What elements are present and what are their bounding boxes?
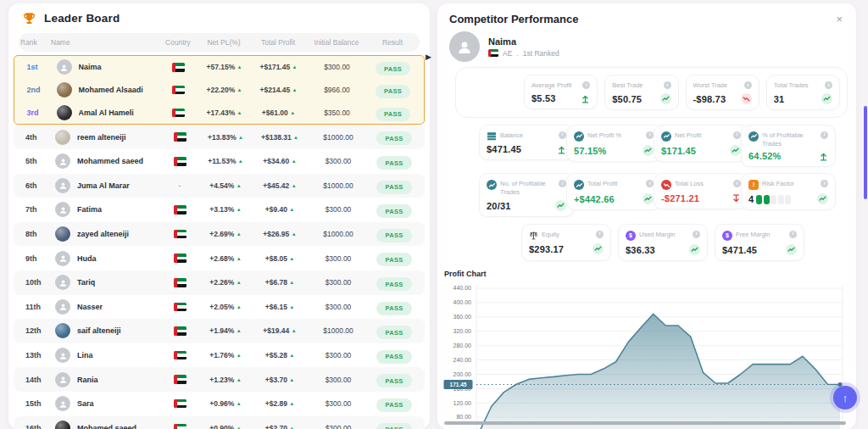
uae-flag-icon xyxy=(174,132,186,142)
close-icon[interactable]: × xyxy=(834,12,844,26)
info-icon[interactable]: i xyxy=(825,81,832,89)
table-row[interactable]: 9thHuda+2.68% ▲+$8.05 ▲$300.00PASS xyxy=(14,246,425,270)
table-row[interactable]: 12thsaif alteneiji+1.94% ▲+$19.44 ▲$1000… xyxy=(14,319,425,343)
carousel-next-icon[interactable]: ▶ xyxy=(426,53,431,61)
info-icon[interactable]: i xyxy=(559,180,566,187)
country-cell xyxy=(160,157,199,166)
competitor-name-cell: Mohamed saeed xyxy=(49,421,160,429)
trend-icon xyxy=(748,131,759,142)
info-icon[interactable]: i xyxy=(789,231,797,238)
info-icon[interactable]: i xyxy=(664,81,671,89)
svg-text:400.00: 400.00 xyxy=(453,299,472,305)
status-badge: PASS xyxy=(376,350,411,364)
info-icon[interactable]: i xyxy=(646,180,654,187)
info-icon[interactable]: i xyxy=(559,131,566,139)
table-row[interactable]: 10thTariq+2.26% ▲+$6.78 ▲$300.00PASS xyxy=(14,270,425,295)
horizontal-scrollbar[interactable] xyxy=(444,421,846,425)
stat-value: 4 xyxy=(748,194,754,204)
up-marker-icon: ▲ xyxy=(237,87,242,92)
up-marker-icon: ▲ xyxy=(236,231,242,237)
rank-label: 15th xyxy=(19,399,49,408)
up-marker-icon: ▲ xyxy=(289,377,294,382)
table-row[interactable]: 7thFatima+3.13% ▲+$9.40 ▲$300.00PASS xyxy=(14,198,425,222)
table-row[interactable]: 1stNaima+57.15% ▲+$171.45 ▲$300.00PASS xyxy=(14,56,424,79)
up-marker-icon: ▲ xyxy=(292,183,297,188)
info-icon[interactable]: i xyxy=(733,180,741,187)
rank-label: 3rd xyxy=(20,109,51,117)
info-icon[interactable]: i xyxy=(744,81,752,89)
up-marker-icon: ▲ xyxy=(292,231,297,237)
rank-label: 10th xyxy=(19,278,49,287)
table-row[interactable]: 13thLina+1.76% ▲+$5.28 ▲$300.00PASS xyxy=(14,343,425,368)
result-cell: PASS xyxy=(368,59,419,76)
stat-card-no-of-profitable-trades: No. of Profitable Tradesi20/31 xyxy=(479,173,574,217)
table-row[interactable]: 6thJuma Al Marar-+4.54% ▲+$45.42 ▲$1000.… xyxy=(14,174,425,198)
up-marker-icon: ▲ xyxy=(292,87,298,92)
table-row[interactable]: 3rdAmal Al Hameli+17.43% ▲+$61.00 ▲$350.… xyxy=(14,102,424,125)
col-initialbalance: Initial Balance xyxy=(306,38,367,47)
rank-label: 11th xyxy=(19,303,49,311)
warning-icon: ! xyxy=(748,180,759,190)
top-stats-group: Average Profiti$5.53Best Tradei$50.75Wor… xyxy=(455,67,848,118)
trend-up-icon xyxy=(689,244,700,255)
up-marker-icon: ▲ xyxy=(238,159,243,164)
status-badge: PASS xyxy=(376,374,411,387)
avatar xyxy=(55,348,70,363)
stat-label: Free Margin xyxy=(736,231,786,239)
stat-card-total-loss: Total Lossi-$271.21 xyxy=(654,173,748,209)
competitor-name: Rania xyxy=(77,376,98,384)
vertical-scrollbar[interactable] xyxy=(864,106,867,199)
stat-value: $36.33 xyxy=(626,245,655,255)
info-icon[interactable]: i xyxy=(596,231,604,238)
leaderboard-panel: Leader Board Rank Name Country Net PL(%)… xyxy=(8,3,430,429)
info-icon[interactable]: i xyxy=(821,131,828,139)
table-row[interactable]: 2ndMohamed Alsaadi+22.20% ▲+$214.45 ▲$96… xyxy=(14,79,424,102)
competitor-name: Amal Al Hameli xyxy=(79,109,134,117)
uae-flag-icon xyxy=(174,399,186,409)
table-row[interactable]: 15thSara+0.96% ▲+$2.89 ▲$300.00PASS xyxy=(14,392,425,416)
up-marker-icon: ▲ xyxy=(236,353,242,358)
info-icon[interactable]: i xyxy=(646,131,654,139)
col-country: Country xyxy=(159,38,198,47)
total-profit-value: +$34.60 ▲ xyxy=(252,157,308,165)
up-marker-icon: ▲ xyxy=(289,280,294,285)
table-row[interactable]: 4threem alteneiji+13.83% ▲+$138.31 ▲$100… xyxy=(14,125,425,149)
stat-card-free-margin: $Free Margini$471.45 xyxy=(715,224,804,261)
initial-balance-value: $300.00 xyxy=(308,303,369,311)
avatar xyxy=(55,421,70,429)
stat-card-worst-trade: Worst Tradei-$98.73 xyxy=(686,75,760,110)
status-badge: PASS xyxy=(376,277,411,291)
up-marker-icon: ▲ xyxy=(293,135,298,140)
info-icon[interactable]: i xyxy=(582,81,590,89)
table-row[interactable]: 8thzayed alteneiji+2.69% ▲+$26.95 ▲$1000… xyxy=(14,222,425,247)
up-marker-icon: ▲ xyxy=(292,328,297,333)
stat-label: Worst Trade xyxy=(693,81,741,90)
initial-balance-value: $350.00 xyxy=(307,109,368,117)
table-row[interactable]: 14thRania+1.23% ▲+$3.70 ▲$300.00PASS xyxy=(14,367,425,392)
initial-balance-value: $1000.00 xyxy=(308,326,369,335)
table-row[interactable]: 16thMohamed saeed+0.90% ▲+$2.70 ▲$300.00… xyxy=(14,416,425,429)
up-marker-icon: ▲ xyxy=(238,135,243,140)
info-icon[interactable]: i xyxy=(693,231,700,238)
table-body: 4threem alteneiji+13.83% ▲+$138.31 ▲$100… xyxy=(8,125,430,429)
status-badge: PASS xyxy=(376,156,411,170)
stat-label: Equity xyxy=(542,231,593,239)
trend-up-icon xyxy=(643,145,654,156)
status-badge: PASS xyxy=(376,131,411,145)
result-cell: PASS xyxy=(369,323,420,340)
stat-label: Risk Factor xyxy=(762,180,817,188)
table-row[interactable]: 5thMohammed saeed+11.53% ▲+$34.60 ▲$300.… xyxy=(14,149,425,174)
up-marker-icon: ▲ xyxy=(236,256,242,261)
separator: . xyxy=(516,49,518,58)
info-icon[interactable]: i xyxy=(821,180,828,187)
stat-label: Net Profit % xyxy=(587,131,643,140)
scroll-to-top-button[interactable]: ↑ xyxy=(833,386,857,410)
page: { "colors": { "accent_green": "#1FA45B",… xyxy=(0,0,868,429)
avatar xyxy=(55,299,70,315)
initial-balance-value: $1000.00 xyxy=(308,230,369,238)
status-badge: PASS xyxy=(376,398,411,412)
status-badge: PASS xyxy=(376,108,410,121)
svg-text:240.00: 240.00 xyxy=(453,357,472,363)
info-icon[interactable]: i xyxy=(733,131,741,139)
table-row[interactable]: 11thNasser+2.05% ▲+$6.15 ▲$300.00PASS xyxy=(14,295,425,320)
